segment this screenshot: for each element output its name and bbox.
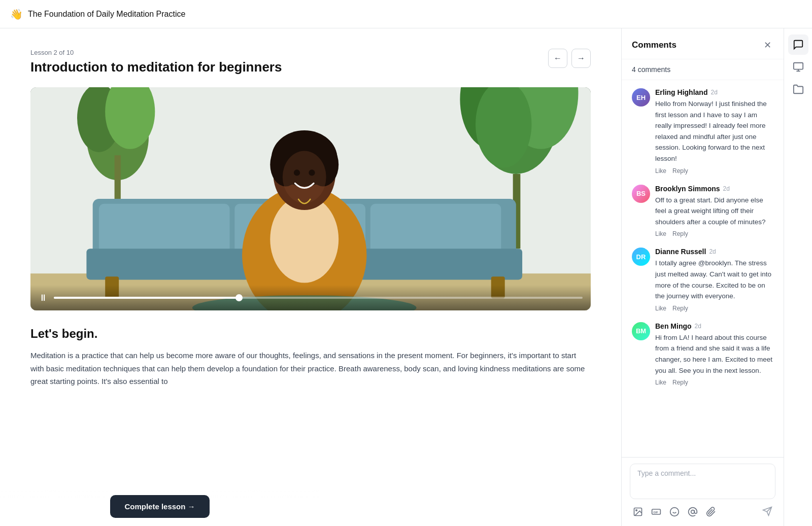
like-button[interactable]: Like [655,379,666,386]
comment-author: Ben Mingo [655,322,692,330]
section-body: Meditation is a practice that can help u… [30,349,591,388]
comment-actions: Like Reply [655,167,773,174]
svg-point-26 [294,169,300,176]
comment-input-area: GIF [622,457,784,526]
emoji-button[interactable] [668,506,681,519]
avatar: EH [632,88,650,107]
comment-body: Dianne Russell 2d I totally agree @brook… [655,248,773,311]
participants-icon-button[interactable] [788,57,808,77]
comment-header: Dianne Russell 2d [655,248,773,256]
svg-point-25 [283,151,326,203]
reply-button[interactable]: Reply [672,167,688,174]
comment-header: Erling Highland 2d [655,88,773,96]
comment-body: Ben Mingo 2d Hi from LA! I heard about t… [655,322,773,386]
svg-point-36 [691,510,695,514]
next-lesson-button[interactable]: → [571,49,591,68]
svg-point-30 [636,510,637,511]
header-title: The Foundation of Daily Meditation Pract… [28,10,185,19]
avatar: BM [632,322,650,340]
lesson-title: Introduction to meditation for beginners [30,59,591,75]
comment-time: 2d [710,89,717,96]
comment-time: 2d [709,248,716,255]
video-player[interactable]: ⏸ [30,87,591,310]
close-comments-button[interactable]: ✕ [762,38,773,53]
complete-lesson-button[interactable]: Complete lesson → [110,495,209,518]
comment-actions: Like Reply [655,230,773,237]
comment-text: I totally agree @brooklyn. The stress ju… [655,258,773,301]
comments-icon-button[interactable] [788,34,808,55]
send-comment-button[interactable] [761,505,773,520]
main-layout: Lesson 2 of 10 Introduction to meditatio… [0,28,812,526]
comment-text: Hi from LA! I heard about this course fr… [655,332,773,376]
reply-button[interactable]: Reply [672,305,688,312]
comment-author: Dianne Russell [655,248,706,256]
gif-button[interactable]: GIF [650,506,662,519]
video-container: ⏸ [30,87,591,310]
comments-title: Comments [632,40,676,50]
comments-header: Comments ✕ [622,28,784,59]
complete-btn-container: Complete lesson → [0,487,320,526]
reply-button[interactable]: Reply [672,379,688,386]
avatar: BS [632,185,650,203]
comment-header: Brooklyn Simmons 2d [655,185,773,193]
comment-time: 2d [723,185,730,192]
image-upload-button[interactable] [632,506,644,519]
comment-header: Ben Mingo 2d [655,322,773,330]
comments-panel: Comments ✕ 4 comments EH Erling Highland… [621,28,784,526]
app-header: 👋 The Foundation of Daily Meditation Pra… [0,0,812,28]
prev-lesson-button[interactable]: ← [548,49,567,68]
comments-count: 4 comments [622,59,784,80]
video-controls: ⏸ [30,285,591,310]
like-button[interactable]: Like [655,230,666,237]
avatar: DR [632,248,650,266]
comment-input[interactable] [630,464,775,499]
svg-rect-5 [115,155,121,205]
lesson-label: Lesson 2 of 10 [30,49,591,56]
section-heading: Let's begin. [30,327,591,341]
comment-author: Erling Highland [655,88,707,96]
comment-body: Brooklyn Simmons 2d Off to a great start… [655,185,773,238]
right-sidebar [784,28,812,526]
video-background [30,87,591,310]
mention-button[interactable] [687,506,699,519]
header-emoji: 👋 [10,8,23,20]
comment-time: 2d [695,323,701,330]
folder-icon-button[interactable] [788,79,808,99]
comment-actions: Like Reply [655,379,773,386]
attach-button[interactable] [705,506,717,519]
comment-tools: GIF [632,506,717,519]
comment-text: Hello from Norway! I just finished the f… [655,98,773,164]
comment-body: Erling Highland 2d Hello from Norway! I … [655,88,773,174]
pause-button[interactable]: ⏸ [39,293,48,302]
progress-bar[interactable] [54,297,583,299]
comment-item: DR Dianne Russell 2d I totally agree @br… [632,248,773,311]
progress-fill [54,297,239,299]
like-button[interactable]: Like [655,305,666,312]
svg-text:GIF: GIF [653,511,658,514]
svg-point-33 [670,508,679,516]
svg-rect-39 [793,63,802,69]
svg-point-27 [309,169,315,176]
content-area: Lesson 2 of 10 Introduction to meditatio… [0,28,621,526]
comment-toolbar: GIF [630,505,775,520]
progress-thumb[interactable] [235,294,243,301]
comments-list: EH Erling Highland 2d Hello from Norway!… [622,80,784,457]
like-button[interactable]: Like [655,167,666,174]
comment-author: Brooklyn Simmons [655,185,720,193]
reply-button[interactable]: Reply [672,230,688,237]
comment-text: Off to a great start. Did anyone else fe… [655,195,773,228]
comment-item: EH Erling Highland 2d Hello from Norway!… [632,88,773,174]
lesson-nav: ← → [548,49,591,68]
comment-item: BS Brooklyn Simmons 2d Off to a great st… [632,185,773,238]
comment-actions: Like Reply [655,305,773,312]
comment-item: BM Ben Mingo 2d Hi from LA! I heard abou… [632,322,773,386]
